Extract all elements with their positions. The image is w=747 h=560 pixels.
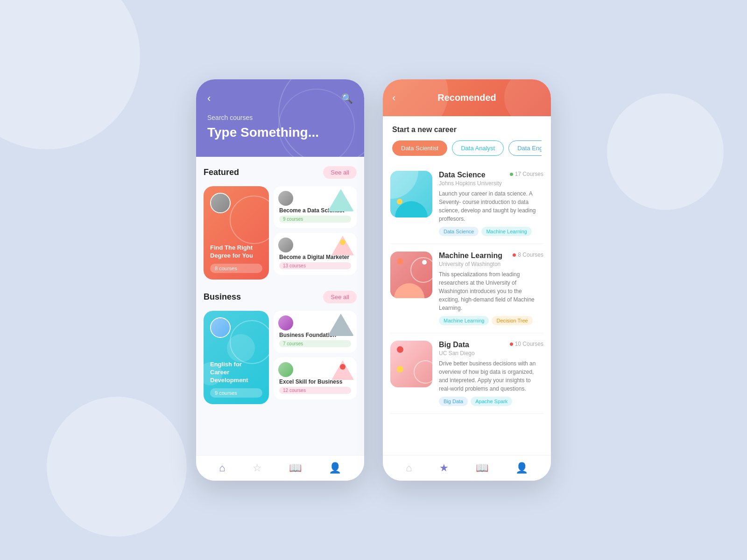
featured-side-card-2[interactable]: Become a Digital Marketer 13 courses — [274, 233, 357, 275]
course-item-data-science[interactable]: Data Science 17 Courses Johns Hopkins Un… — [390, 163, 543, 244]
course-info-bd: Big Data 10 Courses UC San Diego Drive b… — [439, 341, 543, 406]
bd-dot-red — [397, 346, 403, 353]
pill-data-engineer[interactable]: Data Engineer — [508, 140, 542, 156]
biz-side-courses-2: 12 courses — [279, 387, 351, 394]
bd-count: 10 Courses — [510, 341, 543, 347]
ds-count: 17 Courses — [510, 171, 543, 177]
phone-recommended: ‹ Recomended Start a new career Data Sci… — [383, 79, 551, 481]
ml-count-text: 8 Courses — [518, 252, 543, 258]
ml-tag-0[interactable]: Machine Learning — [439, 316, 489, 325]
ml-tags: Machine Learning Decision Tree — [439, 316, 543, 325]
course-list: Data Science 17 Courses Johns Hopkins Un… — [383, 163, 551, 414]
ds-tag-0[interactable]: Data Science — [439, 227, 479, 236]
bottom-nav-2: ⌂ ★ 📖 👤 — [383, 455, 551, 481]
card-decoration — [328, 189, 354, 211]
search-icon[interactable]: 🔍 — [341, 93, 353, 104]
yellow-dot — [340, 239, 345, 245]
bd-circle — [414, 360, 432, 384]
ds-count-dot — [510, 173, 513, 176]
featured-see-all[interactable]: See all — [323, 166, 357, 179]
featured-side-card-1[interactable]: Become a Data Scientist 9 courses — [274, 186, 357, 228]
bd-count-text: 10 Courses — [515, 341, 543, 347]
ds-quarter — [390, 171, 418, 199]
ds-desc: Launch your career in data science. A Se… — [439, 189, 543, 223]
ds-tag-1[interactable]: Machine Learning — [481, 227, 531, 236]
business-title: Business — [204, 292, 241, 302]
teal-triangle — [328, 189, 354, 211]
pill-data-analyst[interactable]: Data Analyst — [452, 140, 504, 156]
biz-teal-tri — [328, 314, 354, 336]
card-decoration-2 — [331, 236, 354, 255]
nav-person-icon[interactable]: 👤 — [329, 462, 341, 474]
career-title: Start a new career — [392, 126, 542, 134]
ml-university: University of Washington — [439, 261, 543, 267]
search-label: Search courses — [207, 114, 353, 121]
business-side-cards: Business Foundation 7 courses Excel Skil… — [274, 311, 357, 404]
career-pills: Data Scientist Data Analyst Data Enginee… — [392, 140, 542, 158]
business-main-card[interactable]: English for Career Development 9 courses — [204, 311, 269, 404]
bd-name-row: Big Data 10 Courses — [439, 341, 543, 349]
course-thumb-bd — [390, 341, 432, 387]
pill-data-scientist[interactable]: Data Scientist — [392, 140, 447, 156]
ml-count: 8 Courses — [513, 252, 543, 258]
ds-name-row: Data Science 17 Courses — [439, 171, 543, 179]
featured-section-header: Featured See all — [204, 166, 357, 179]
bd-yellow-dot — [397, 366, 403, 372]
nav-book-icon[interactable]: 📖 — [289, 462, 302, 474]
biz-side-avatar-2 — [278, 362, 293, 377]
bd-tags: Big Data Apache Spark — [439, 397, 543, 406]
biz-yellow-dot — [340, 364, 345, 370]
bd-name: Big Data — [439, 341, 469, 349]
back-button-2[interactable]: ‹ — [392, 92, 395, 104]
thumb-ml-bg — [390, 252, 432, 298]
ds-name: Data Science — [439, 171, 486, 179]
ml-orange-dot — [397, 258, 403, 265]
thumb-bd-bg — [390, 341, 432, 387]
bd-tag-0[interactable]: Big Data — [439, 397, 468, 406]
nav2-person-icon[interactable]: 👤 — [515, 462, 528, 474]
business-side-card-1[interactable]: Business Foundation 7 courses — [274, 311, 357, 353]
search-placeholder[interactable]: Type Something... — [207, 125, 353, 140]
ml-name: Machine Learning — [439, 252, 502, 260]
nav-home-icon[interactable]: ⌂ — [219, 462, 225, 474]
phones-container: ‹ 🔍 Search courses Type Something... Fea… — [196, 79, 551, 481]
business-main-courses: 9 courses — [210, 388, 262, 398]
bd-count-dot — [510, 343, 513, 346]
recommended-header: ‹ Recomended — [383, 79, 551, 116]
biz-card-deco-1 — [328, 314, 354, 336]
course-item-ml[interactable]: Machine Learning 8 Courses University of… — [390, 244, 543, 333]
course-info-ds: Data Science 17 Courses Johns Hopkins Un… — [439, 171, 543, 236]
side-avatar-2 — [278, 238, 293, 252]
nav-star-icon[interactable]: ☆ — [253, 462, 262, 474]
nav2-home-icon[interactable]: ⌂ — [406, 462, 412, 474]
bd-university: UC San Diego — [439, 350, 543, 357]
pink-triangle — [331, 236, 354, 255]
business-section-header: Business See all — [204, 291, 357, 303]
ds-tags: Data Science Machine Learning — [439, 227, 543, 236]
ml-name-row: Machine Learning 8 Courses — [439, 252, 543, 260]
course-item-bd[interactable]: Big Data 10 Courses UC San Diego Drive b… — [390, 333, 543, 414]
career-section: Start a new career Data Scientist Data A… — [383, 116, 551, 163]
biz-card-deco-2 — [331, 360, 354, 380]
course-thumb-ds — [390, 171, 432, 217]
business-cards: English for Career Development 9 courses… — [204, 311, 357, 404]
nav2-book-icon[interactable]: 📖 — [476, 462, 488, 474]
featured-title: Featured — [204, 168, 239, 177]
recommended-title: Recomended — [437, 92, 496, 103]
phone-search: ‹ 🔍 Search courses Type Something... Fea… — [196, 79, 364, 481]
phone2-body: Start a new career Data Scientist Data A… — [383, 116, 551, 455]
bd-tag-1[interactable]: Apache Spark — [471, 397, 512, 406]
ml-count-dot — [513, 253, 516, 257]
search-header: ‹ 🔍 Search courses Type Something... — [196, 79, 364, 157]
phone1-body: Featured See all Find The Right Degree f… — [196, 157, 364, 455]
ml-tag-1[interactable]: Decision Tree — [492, 316, 532, 325]
nav2-star-icon[interactable]: ★ — [439, 462, 449, 474]
thumb-ds-bg — [390, 171, 432, 217]
back-button[interactable]: ‹ — [207, 92, 211, 105]
business-side-card-2[interactable]: Excel Skill for Business 12 courses — [274, 357, 357, 399]
business-see-all[interactable]: See all — [323, 291, 357, 303]
featured-main-card[interactable]: Find The Right Degree for You 8 courses — [204, 186, 269, 280]
side-card-courses-2: 13 courses — [279, 262, 351, 269]
biz-side-courses-1: 7 courses — [279, 340, 351, 347]
featured-side-cards: Become a Data Scientist 9 courses Become… — [274, 186, 357, 280]
